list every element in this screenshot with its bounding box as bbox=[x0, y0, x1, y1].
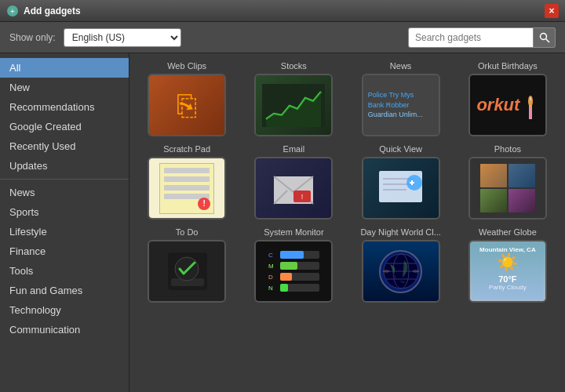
gadget-scratch-pad[interactable]: Scratch Pad ! bbox=[137, 144, 236, 220]
gadget-news-label: News bbox=[390, 61, 412, 71]
gadget-news[interactable]: News Police Try MysBank RobberGuardian U… bbox=[352, 61, 450, 136]
app-icon: + bbox=[6, 5, 19, 17]
gadget-news-thumb: Police Try MysBank RobberGuardian Unlim.… bbox=[362, 74, 440, 136]
gadget-orkut-thumb: orkut bbox=[468, 74, 547, 136]
gadget-to-do-thumb bbox=[148, 240, 226, 303]
svg-text:!: ! bbox=[301, 193, 304, 201]
gadget-day-night-thumb bbox=[362, 240, 440, 303]
stock-chart bbox=[262, 84, 325, 127]
gadget-email[interactable]: Email ! bbox=[244, 144, 343, 220]
main-content: All New Recommendations Google Created R… bbox=[0, 53, 565, 392]
gadget-quick-view-thumb bbox=[362, 157, 440, 220]
email-icon: ! bbox=[270, 169, 317, 208]
rss-icon: ⎘ bbox=[177, 88, 196, 123]
sidebar-item-all[interactable]: All bbox=[0, 58, 129, 78]
gadget-weather-globe-label: Weather Globe bbox=[479, 227, 537, 237]
sidebar-item-fun-and-games[interactable]: Fun and Games bbox=[0, 281, 129, 300]
globe-svg bbox=[382, 252, 420, 290]
show-only-label: Show only: bbox=[9, 32, 56, 43]
candle-icon bbox=[523, 89, 538, 121]
svg-text:+: + bbox=[10, 7, 15, 16]
gadget-day-night-label: Day Night World Cl... bbox=[360, 227, 441, 237]
todo-icon bbox=[162, 249, 213, 294]
weather-visual: Mountain View, CA ☀️ 70°F Partly Cloudy bbox=[472, 243, 543, 299]
gadget-email-thumb: ! bbox=[254, 157, 333, 220]
gadget-photos-label: Photos bbox=[494, 144, 521, 154]
gadget-to-do-label: To Do bbox=[176, 227, 199, 237]
sidebar-item-recently-used[interactable]: Recently Used bbox=[0, 136, 129, 156]
sidebar: All New Recommendations Google Created R… bbox=[0, 53, 129, 392]
gadget-weather-globe-thumb: Mountain View, CA ☀️ 70°F Partly Cloudy bbox=[468, 240, 547, 303]
gadget-email-label: Email bbox=[283, 144, 305, 154]
title-bar: + Add gadgets × bbox=[0, 0, 565, 22]
close-button[interactable]: × bbox=[545, 4, 559, 18]
worldclock-visual bbox=[379, 250, 422, 293]
gadget-weather-globe[interactable]: Weather Globe Mountain View, CA ☀️ 70°F … bbox=[458, 227, 557, 303]
gadget-web-clips-thumb: ⎘ bbox=[148, 74, 226, 136]
gadget-row-1: Web Clips ⎘ Stocks bbox=[137, 61, 557, 136]
notepad-visual: ! bbox=[159, 163, 214, 214]
gadget-stocks-thumb bbox=[254, 74, 333, 136]
search-button[interactable] bbox=[534, 27, 556, 48]
gadget-grid: Web Clips ⎘ Stocks bbox=[129, 53, 565, 392]
gadget-row-2: Scratch Pad ! Email bbox=[137, 144, 557, 220]
gadget-orkut[interactable]: Orkut Birthdays orkut bbox=[458, 61, 557, 136]
svg-point-2 bbox=[540, 33, 546, 39]
svg-line-3 bbox=[545, 38, 549, 42]
sidebar-item-communication[interactable]: Communication bbox=[0, 320, 129, 339]
sidebar-divider bbox=[0, 179, 129, 180]
gadget-system-monitor[interactable]: System Monitor C M D N bbox=[244, 227, 343, 303]
gadget-day-night[interactable]: Day Night World Cl... bbox=[352, 227, 450, 303]
gadget-photos-thumb bbox=[468, 157, 547, 220]
gadget-web-clips-label: Web Clips bbox=[167, 61, 206, 71]
language-select[interactable]: English (US) All Languages French German… bbox=[64, 28, 181, 47]
gadget-quick-view[interactable]: Quick View bbox=[352, 144, 450, 220]
gadget-system-monitor-thumb: C M D N bbox=[254, 240, 333, 303]
gadget-quick-view-label: Quick View bbox=[379, 144, 422, 154]
news-headline: Police Try MysBank RobberGuardian Unlim.… bbox=[368, 90, 434, 120]
sidebar-item-technology[interactable]: Technology bbox=[0, 300, 129, 320]
sidebar-item-lifestyle[interactable]: Lifestyle bbox=[0, 222, 129, 241]
gadget-stocks[interactable]: Stocks bbox=[244, 61, 343, 136]
gadget-stocks-label: Stocks bbox=[281, 61, 307, 71]
gadget-web-clips[interactable]: Web Clips ⎘ bbox=[137, 61, 236, 136]
sidebar-item-updates[interactable]: Updates bbox=[0, 156, 129, 176]
gadget-scratch-pad-label: Scratch Pad bbox=[163, 144, 210, 154]
gadget-row-3: To Do System Monitor bbox=[137, 227, 557, 303]
quickview-icon bbox=[375, 167, 426, 210]
sidebar-item-google-created[interactable]: Google Created bbox=[0, 117, 129, 136]
toolbar: Show only: English (US) All Languages Fr… bbox=[0, 22, 565, 53]
search-icon bbox=[539, 32, 550, 43]
sidebar-item-finance[interactable]: Finance bbox=[0, 241, 129, 261]
sidebar-item-tools[interactable]: Tools bbox=[0, 261, 129, 281]
orkut-logo: orkut bbox=[476, 95, 519, 115]
sysmon-visual: C M D N bbox=[268, 251, 319, 292]
gadget-system-monitor-label: System Monitor bbox=[264, 227, 323, 237]
photos-collage bbox=[480, 164, 535, 212]
sidebar-item-sports[interactable]: Sports bbox=[0, 202, 129, 222]
sidebar-item-news[interactable]: News bbox=[0, 183, 129, 202]
gadget-scratch-pad-thumb: ! bbox=[148, 157, 226, 220]
gadget-to-do[interactable]: To Do bbox=[137, 227, 236, 303]
search-area bbox=[408, 27, 556, 48]
svg-rect-5 bbox=[529, 105, 532, 119]
sidebar-item-new[interactable]: New bbox=[0, 78, 129, 97]
gadget-orkut-label: Orkut Birthdays bbox=[478, 61, 538, 71]
gadget-photos[interactable]: Photos bbox=[458, 144, 557, 220]
svg-rect-7 bbox=[530, 97, 531, 100]
sidebar-item-recommendations[interactable]: Recommendations bbox=[0, 97, 129, 117]
window-title: Add gadgets bbox=[24, 5, 545, 16]
search-input[interactable] bbox=[408, 27, 534, 48]
